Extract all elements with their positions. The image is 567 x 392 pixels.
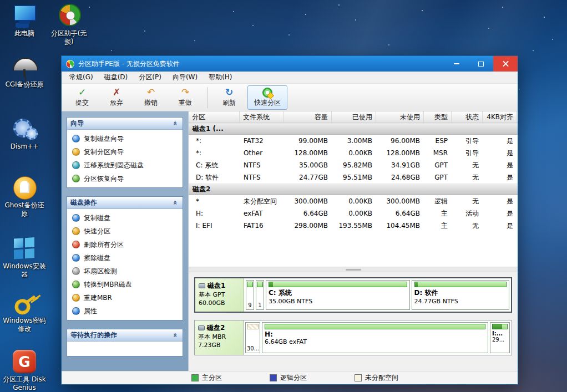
table-row-esp[interactable]: *: FAT32 99.00MB 3.00MB 96.00MB ESP 引导 是 [189, 135, 518, 147]
partition-title: C: 系统 [269, 288, 407, 298]
sidebar-item-properties[interactable]: 属性 [67, 304, 183, 318]
partition-subtitle: 24.77GB NTFS [414, 298, 507, 305]
sidebar-item-copy-partition-wizard[interactable]: 复制分区向导 [67, 145, 183, 159]
close-button[interactable] [493, 56, 518, 72]
menu-item-disk[interactable]: 磁盘(D) [99, 72, 134, 83]
maximize-button[interactable] [469, 56, 493, 72]
disk1-name: 磁盘1 [207, 281, 225, 291]
disk-operations-panel: 磁盘操作 « 复制磁盘 快速分区 [67, 196, 183, 320]
status-bar: 主分区 逻辑分区 未分配空间 [62, 371, 518, 384]
cell: 298.00MB [284, 222, 332, 230]
cell: 6.64GB [284, 210, 332, 217]
desktop-icon-windows-password[interactable]: Windows密码修改 [2, 291, 47, 333]
sidebar-item-label: 重建MBR [84, 293, 112, 303]
disk-blue-icon [72, 214, 80, 222]
sidebar-item-convert-to-mbr[interactable]: 转换到MBR磁盘 [67, 278, 183, 291]
cell: 0.00KB [332, 197, 376, 205]
column-header-status[interactable]: 状态 [452, 111, 483, 123]
column-header-capacity[interactable]: 容量 [284, 111, 332, 123]
cell: GPT [424, 174, 452, 181]
disk-blue-icon [72, 254, 80, 262]
sidebar-item-partition-recovery-wizard[interactable]: 分区恢复向导 [67, 172, 183, 185]
sidebar-item-copy-disk[interactable]: 复制磁盘 [67, 211, 183, 225]
partition-h[interactable]: H: 6.64GB exFAT [262, 322, 488, 353]
quick-partition-button[interactable]: 快速分区 [247, 85, 287, 110]
sidebar-item-rebuild-mbr[interactable]: 重建MBR [67, 291, 183, 304]
undo-button[interactable]: ↶ 撤销 [135, 85, 167, 110]
desktop-icon-this-pc[interactable]: 此电脑 [4, 3, 44, 38]
table-row-msr[interactable]: *: Other 128.00MB 0.00KB 128.00MB MSR 引导… [189, 147, 518, 159]
cell: D: 软件 [189, 173, 240, 182]
column-header-4kb-align[interactable]: 4KB对齐 [483, 111, 517, 123]
sidebar-item-delete-all-partitions[interactable]: 删除所有分区 [67, 238, 183, 251]
redo-button[interactable]: ↷ 重做 [169, 85, 201, 110]
wizard-panel: 向导 « 复制磁盘向导 复制分区向导 [67, 117, 183, 188]
menu-item-general[interactable]: 常规(G) [64, 72, 99, 83]
disk1-info[interactable]: 磁盘1 基本 GPT 60.00GB [195, 278, 244, 312]
desktop-icon-label: Windows安装器 [2, 262, 47, 279]
column-header-type[interactable]: 类型 [424, 111, 452, 123]
column-header-unused[interactable]: 未使用 [376, 111, 424, 123]
partition-esp[interactable]: 9 [246, 280, 254, 310]
desktop: 此电脑 分区助手(无损) CGI备份还原 Dism++ Ghost备份还原 Wi… [0, 0, 567, 392]
cell: 是 [483, 149, 517, 158]
partition-unallocated[interactable]: 30... [245, 322, 260, 353]
cell: 0.00KB [332, 210, 376, 217]
disk1-size: 60.00GB [199, 299, 240, 307]
column-header-filesystem[interactable]: 文件系统 [240, 111, 284, 123]
desktop-icon-ghost-backup[interactable]: Ghost备份还原 [2, 175, 47, 218]
partition-c[interactable]: C: 系统 35.00GB NTFS [266, 280, 410, 310]
desktop-icon-dism[interactable]: Dism++ [4, 116, 44, 151]
minimize-button[interactable] [444, 56, 469, 72]
refresh-button[interactable]: ↻ 刷新 [213, 85, 245, 110]
sidebar-item-wipe-disk[interactable]: 擦除磁盘 [67, 251, 183, 264]
partition-i[interactable]: I:... 29... [490, 322, 510, 353]
disk2-info[interactable]: 磁盘2 基本 MBR 7.23GB [195, 320, 244, 355]
disk1-row[interactable]: 磁盘1 基本 GPT 60.00GB 9 [194, 277, 512, 313]
hdd-icon [198, 325, 205, 330]
cell: 24.77GB [284, 174, 332, 181]
menu-item-partition[interactable]: 分区(P) [133, 72, 167, 83]
partition-d[interactable]: D: 软件 24.77GB NTFS [412, 280, 509, 310]
table-row-h[interactable]: H: exFAT 6.64GB 0.00KB 6.64GB 主 活动 是 [189, 207, 518, 220]
cell: 104.45MB [376, 222, 424, 230]
table-row-d-software[interactable]: D: 软件 NTFS 24.77GB 95.51MB 24.68GB GPT 无… [189, 171, 518, 184]
cell: 引导 [452, 136, 483, 146]
pending-operations-list [67, 342, 183, 356]
sidebar-item-label: 复制磁盘 [84, 213, 110, 223]
commit-button[interactable]: ✓ 提交 [66, 85, 98, 110]
partition-subtitle: 6.64GB exFAT [265, 338, 485, 345]
collapse-icon[interactable]: « [171, 332, 180, 339]
sidebar-item-bad-sector-test[interactable]: 坏扇区检测 [67, 264, 183, 278]
desktop-icon-partition-assistant[interactable]: 分区助手(无损) [47, 3, 91, 46]
column-header-partition[interactable]: 分区 [189, 111, 240, 123]
sidebar-item-quick-partition[interactable]: 快速分区 [67, 225, 183, 238]
desktop-icon-windows-installer[interactable]: Windows安装器 [2, 236, 47, 279]
partition-label: 1 [257, 302, 263, 308]
disk2-row[interactable]: 磁盘2 基本 MBR 7.23GB 30... [194, 320, 512, 355]
desktop-icon-cgi-backup[interactable]: CGI备份还原 [1, 54, 48, 89]
sidebar-item-migrate-os-to-ssd[interactable]: 迁移系统到固态磁盘 [67, 159, 183, 172]
partition-msr[interactable]: 1 [256, 280, 264, 310]
disk-red-icon [72, 241, 80, 248]
maximize-icon [478, 62, 484, 67]
column-header-used[interactable]: 已使用 [332, 111, 376, 123]
cell: 99.00MB [284, 137, 332, 145]
menu-item-wizard[interactable]: 向导(W) [167, 72, 203, 83]
sidebar-item-copy-disk-wizard[interactable]: 复制磁盘向导 [67, 132, 183, 145]
table-row-i-efi[interactable]: I: EFI FAT16 298.00MB 193.55MB 104.45MB … [189, 220, 518, 232]
splitter[interactable] [189, 267, 518, 272]
menu-item-help[interactable]: 帮助(H) [203, 72, 237, 83]
window-titlebar[interactable]: 分区助手PE版 - 无损分区免费软件 [62, 56, 518, 72]
disk-gray-icon [72, 267, 80, 275]
cell: 193.55MB [332, 222, 376, 230]
collapse-icon[interactable]: « [171, 120, 180, 128]
table-row-c-system[interactable]: C: 系统 NTFS 35.00GB 95.82MB 34.91GB GPT 无… [189, 159, 518, 171]
disk2-group-header[interactable]: 磁盘2 [189, 184, 518, 195]
discard-button[interactable]: ✗ 放弃 [100, 85, 133, 110]
desktop-icon-diskgenius[interactable]: G 分区工具 DiskGenius [2, 349, 47, 392]
collapse-icon[interactable]: « [171, 199, 180, 207]
partition-title: H: [265, 330, 485, 338]
disk1-group-header[interactable]: 磁盘1 (... [189, 123, 518, 135]
table-row-unallocated[interactable]: * 未分配空间 300.00MB 0.00KB 300.00MB 逻辑 无 是 [189, 195, 518, 207]
